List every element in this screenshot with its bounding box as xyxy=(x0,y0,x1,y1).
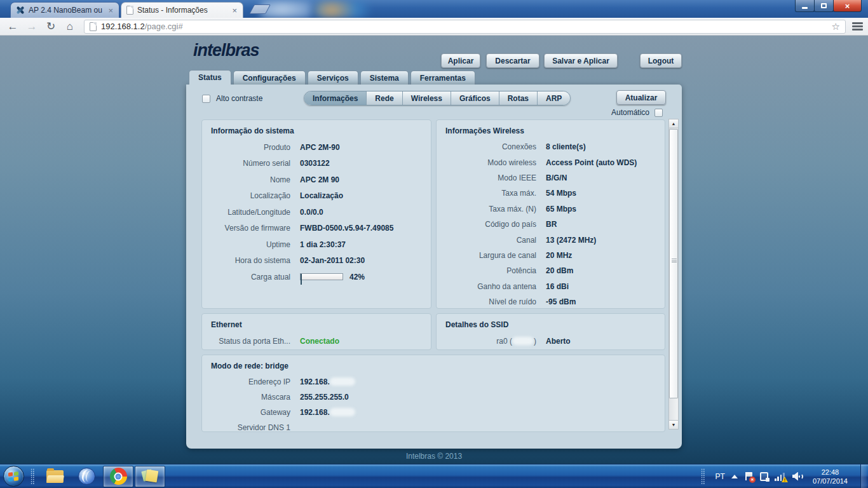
info-row: Taxa máx. (N)65 Mbps xyxy=(444,201,657,217)
scrollbar-down-button[interactable]: ▼ xyxy=(669,420,678,429)
url-path: /page.cgi# xyxy=(145,22,183,31)
close-button[interactable]: × xyxy=(833,0,862,12)
windows-taskbar: PT × ! 22:48 07/07/2014 xyxy=(0,464,868,488)
panel-title: Informação do sistema xyxy=(211,126,423,135)
high-contrast-label: Alto contraste xyxy=(216,94,262,103)
taskbar-explorer-button[interactable] xyxy=(39,465,70,488)
taskbar-clock[interactable]: 22:48 07/07/2014 xyxy=(809,468,851,485)
cpu-load-row: Carga atual 42% xyxy=(210,269,423,285)
redacted-ip xyxy=(330,377,355,386)
power-plug-icon[interactable] xyxy=(760,472,768,481)
info-row: Ganho da antena16 dBi xyxy=(444,279,657,294)
tab-servicos[interactable]: Serviços xyxy=(308,71,358,85)
save-apply-button[interactable]: Salvar e Aplicar xyxy=(544,53,618,68)
screen: AP 2.4 NanoBeam ou Nan × Status - Inform… xyxy=(0,0,868,488)
high-contrast-checkbox[interactable] xyxy=(202,95,210,103)
discard-button[interactable]: Descartar xyxy=(486,53,539,68)
taskbar-winbox-button[interactable] xyxy=(71,465,102,488)
cpu-load-value: 42% xyxy=(349,273,365,281)
action-center-alert-badge: × xyxy=(749,477,756,483)
subtab-arp[interactable]: ARP xyxy=(538,92,570,105)
tab-ferramentas[interactable]: Ferramentas xyxy=(410,71,475,85)
info-row: Canal13 (2472 MHz) xyxy=(444,232,657,247)
browser-tab-nanobeam[interactable]: AP 2.4 NanoBeam ou Nan × xyxy=(10,2,119,18)
info-row: Conexões8 cliente(s) xyxy=(444,139,657,154)
content-card: Alto contraste Informações Rede Wireless… xyxy=(186,85,682,449)
auto-refresh-checkbox[interactable] xyxy=(654,109,663,117)
info-row: Versão de firmwareFWBD-0500.v5.94-7.4908… xyxy=(210,220,423,237)
url-text[interactable]: 192.168.1.2/page.cgi# xyxy=(101,22,183,31)
content-scrollbar[interactable]: ▲ ▼ xyxy=(668,119,679,430)
info-row: Gateway192.168. xyxy=(210,405,657,420)
tab-sistema[interactable]: Sistema xyxy=(360,71,409,85)
show-desktop-button[interactable] xyxy=(860,464,867,488)
start-button[interactable] xyxy=(0,464,27,488)
panel-title: Modo de rede: bridge xyxy=(211,362,657,370)
info-row: Código do paísBR xyxy=(444,217,657,232)
scrollbar-up-button[interactable]: ▲ xyxy=(669,119,678,128)
tray-grip xyxy=(701,468,705,485)
router-admin-page: intelbras Aplicar Descartar Salvar e Apl… xyxy=(0,36,868,464)
page-favicon-icon xyxy=(126,6,133,15)
browser-tab-status[interactable]: Status - Informações × xyxy=(121,2,243,18)
panel-title: Ethernet xyxy=(211,320,423,329)
language-indicator[interactable]: PT xyxy=(715,472,725,481)
info-row: Latitude/Longitude0.0/0.0 xyxy=(210,204,423,220)
forward-button[interactable]: → xyxy=(24,19,39,34)
subtab-informacoes[interactable]: Informações xyxy=(304,92,367,105)
apply-button[interactable]: Aplicar xyxy=(441,53,480,68)
subtab-rotas[interactable]: Rotas xyxy=(499,92,538,105)
logout-button[interactable]: Logout xyxy=(640,53,682,68)
tab-close-icon[interactable]: × xyxy=(231,6,238,15)
subtab-rede[interactable]: Rede xyxy=(367,92,402,105)
refresh-button[interactable]: Atualizar xyxy=(616,90,666,105)
tab-configuracoes[interactable]: Configurações xyxy=(233,71,306,85)
maximize-button[interactable] xyxy=(814,0,834,12)
system-info-panel: Informação do sistema ProdutoAPC 2M-90 N… xyxy=(201,119,431,309)
info-row: Uptime1 dia 2:30:37 xyxy=(210,236,423,253)
ssid-label: ra0 () xyxy=(444,337,546,346)
redacted-ssid xyxy=(512,337,534,345)
ethernet-status-value: Conectado xyxy=(300,337,339,346)
auto-refresh-label: Automático xyxy=(611,108,649,117)
info-row: Hora do sistema02-Jan-2011 02:30 xyxy=(210,253,423,269)
page-icon xyxy=(90,22,97,31)
info-row: Número serial0303122 xyxy=(210,156,423,172)
redacted-gateway xyxy=(330,408,355,416)
chrome-menu-button[interactable] xyxy=(852,22,863,30)
explorer-folder-icon xyxy=(46,470,64,483)
high-contrast-option: Alto contraste xyxy=(202,94,262,103)
site-footer: Intelbras © 2013 xyxy=(186,452,682,461)
windows-orb-icon xyxy=(3,466,24,487)
subtab-graficos[interactable]: Gráficos xyxy=(451,92,499,105)
glass-blur-decoration xyxy=(315,1,372,18)
action-center-flag-icon[interactable]: × xyxy=(744,471,754,482)
scrollbar-thumb[interactable] xyxy=(669,129,678,398)
airos-favicon-icon xyxy=(16,6,25,15)
cpu-load-fill xyxy=(301,274,302,285)
system-tray: PT × ! 22:48 07/07/2014 xyxy=(697,464,868,488)
ssid-row: ra0 () Aberto xyxy=(444,333,657,349)
home-button[interactable]: ⌂ xyxy=(62,19,78,34)
network-signal-icon[interactable]: ! xyxy=(775,471,786,481)
ssid-panel: Detalhes do SSID ra0 () Aberto xyxy=(436,313,665,350)
reload-button[interactable]: ↻ xyxy=(43,19,58,34)
taskbar-grip xyxy=(31,468,35,485)
minimize-button[interactable] xyxy=(795,0,815,12)
main-tabs: Status Configurações Serviços Sistema Fe… xyxy=(189,70,475,85)
info-row: Endereço IP192.168. xyxy=(210,374,657,390)
info-row: ProdutoAPC 2M-90 xyxy=(210,139,423,156)
show-hidden-icons-button[interactable] xyxy=(731,475,738,478)
tab-close-icon[interactable]: × xyxy=(107,6,114,15)
subtab-wireless[interactable]: Wireless xyxy=(403,92,451,105)
bookmark-star-icon[interactable]: ☆ xyxy=(832,21,840,32)
tab-status[interactable]: Status xyxy=(189,70,231,85)
info-row: Taxa máx.54 Mbps xyxy=(444,186,657,201)
volume-icon[interactable] xyxy=(792,472,803,481)
taskbar-sticky-notes-button[interactable] xyxy=(135,466,165,487)
panel-title: Detalhes do SSID xyxy=(445,320,657,329)
close-icon: × xyxy=(845,1,850,11)
taskbar-chrome-button[interactable] xyxy=(103,466,133,487)
back-button[interactable]: ← xyxy=(5,19,20,34)
address-bar[interactable]: 192.168.1.2/page.cgi# ☆ xyxy=(84,20,846,34)
